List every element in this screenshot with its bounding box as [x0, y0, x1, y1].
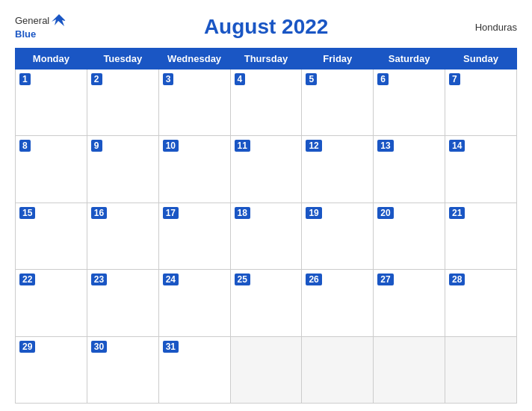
day-number: 22: [19, 274, 35, 285]
calendar-cell: 12: [302, 136, 374, 203]
header: General Blue August 2022 Honduras: [15, 7, 517, 43]
logo-blue-text: Blue: [15, 28, 36, 40]
day-number: 18: [235, 207, 250, 219]
header-thursday: Thursday: [230, 49, 302, 69]
day-number: 30: [91, 341, 107, 353]
day-number: 20: [377, 207, 393, 219]
calendar-cell: [302, 336, 374, 403]
header-friday: Friday: [302, 49, 374, 69]
logo-icon: [51, 13, 67, 27]
day-number: 17: [163, 207, 179, 219]
day-number: 10: [163, 140, 179, 152]
calendar-cell: 4: [230, 69, 302, 136]
calendar-cell: 28: [445, 270, 517, 336]
day-number: 7: [449, 73, 460, 85]
day-number: 15: [19, 207, 35, 219]
calendar-cell: 10: [158, 136, 230, 203]
country-label: Honduras: [465, 22, 517, 33]
calendar-cell: 6: [374, 69, 445, 136]
day-number: 25: [235, 274, 250, 285]
day-number: 16: [91, 207, 107, 219]
calendar-cell: 24: [158, 270, 230, 336]
day-number: 24: [163, 274, 179, 285]
weekday-header-row: Monday Tuesday Wednesday Thursday Friday…: [16, 49, 517, 69]
calendar-cell: 19: [302, 203, 374, 269]
calendar-week-row: 1234567: [16, 69, 517, 136]
calendar-week-row: 891011121314: [16, 136, 517, 203]
calendar-cell: 18: [230, 203, 302, 269]
day-number: 13: [377, 140, 393, 152]
calendar-cell: 5: [302, 69, 374, 136]
day-number: 26: [306, 274, 321, 285]
day-number: 11: [235, 140, 250, 152]
day-number: 28: [449, 274, 465, 285]
day-number: 12: [306, 140, 321, 152]
calendar-cell: 25: [230, 270, 302, 336]
calendar-cell: [230, 336, 302, 403]
day-number: 19: [306, 207, 321, 219]
calendar-cell: 15: [16, 203, 87, 269]
day-number: 6: [377, 73, 389, 85]
day-number: 5: [306, 73, 317, 85]
day-number: 31: [163, 341, 179, 353]
calendar-week-row: 15161718192021: [16, 203, 517, 269]
svg-marker-0: [52, 14, 66, 26]
header-saturday: Saturday: [374, 49, 445, 69]
day-number: 8: [19, 140, 31, 152]
calendar-cell: 21: [445, 203, 517, 269]
header-monday: Monday: [16, 49, 87, 69]
calendar-cell: 11: [230, 136, 302, 203]
calendar-title: August 2022: [67, 15, 465, 39]
calendar-table: Monday Tuesday Wednesday Thursday Friday…: [15, 48, 517, 404]
calendar-week-row: 22232425262728: [16, 270, 517, 336]
calendar-cell: 1: [16, 69, 87, 136]
calendar-cell: [374, 336, 445, 403]
day-number: 1: [19, 73, 31, 85]
day-number: 4: [235, 73, 246, 85]
header-sunday: Sunday: [445, 49, 517, 69]
calendar-cell: 23: [87, 270, 158, 336]
calendar-cell: 20: [374, 203, 445, 269]
calendar-cell: 30: [87, 336, 158, 403]
day-number: 2: [91, 73, 102, 85]
calendar-week-row: 293031: [16, 336, 517, 403]
calendar-cell: 2: [87, 69, 158, 136]
calendar-cell: 16: [87, 203, 158, 269]
day-number: 21: [449, 207, 465, 219]
logo-general-text: General: [15, 15, 49, 26]
calendar-cell: 17: [158, 203, 230, 269]
calendar-cell: 29: [16, 336, 87, 403]
calendar-cell: 22: [16, 270, 87, 336]
calendar-cell: 13: [374, 136, 445, 203]
day-number: 27: [377, 274, 393, 285]
calendar-cell: [445, 336, 517, 403]
logo: General Blue: [15, 13, 67, 40]
calendar-cell: 31: [158, 336, 230, 403]
header-wednesday: Wednesday: [158, 49, 230, 69]
day-number: 9: [91, 140, 102, 152]
day-number: 14: [449, 140, 465, 152]
calendar-cell: 3: [158, 69, 230, 136]
day-number: 29: [19, 341, 35, 353]
calendar-cell: 27: [374, 270, 445, 336]
calendar-cell: 26: [302, 270, 374, 336]
day-number: 3: [163, 73, 174, 85]
calendar-cell: 14: [445, 136, 517, 203]
header-tuesday: Tuesday: [87, 49, 158, 69]
day-number: 23: [91, 274, 107, 285]
calendar-cell: 9: [87, 136, 158, 203]
calendar-cell: 8: [16, 136, 87, 203]
calendar-cell: 7: [445, 69, 517, 136]
